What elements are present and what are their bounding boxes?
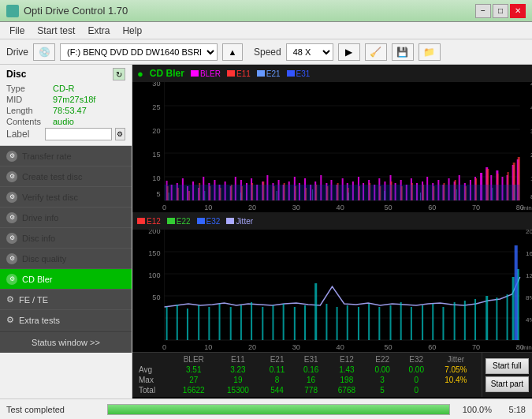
svg-rect-185 bbox=[337, 307, 338, 340]
disc-quality-label: Disc quality bbox=[22, 254, 66, 264]
disc-refresh-button[interactable]: ↻ bbox=[113, 68, 125, 80]
legend-e32: E32 bbox=[197, 217, 221, 226]
sidebar-item-create-test-disc[interactable]: ⚙ Create test disc bbox=[0, 166, 132, 187]
svg-rect-186 bbox=[347, 305, 348, 340]
col-jitter: Jitter bbox=[433, 354, 478, 365]
svg-rect-202 bbox=[512, 277, 515, 340]
col-bler: BLER bbox=[172, 354, 216, 365]
legend-e21: E21 bbox=[257, 69, 281, 78]
total-e11: 15300 bbox=[216, 385, 260, 395]
svg-rect-173 bbox=[208, 307, 210, 340]
fe-te-label: FE / TE bbox=[19, 295, 48, 305]
svg-rect-178 bbox=[262, 307, 263, 340]
status-time: 5:18 bbox=[498, 405, 526, 414]
disc-info-button[interactable]: 💾 bbox=[392, 43, 414, 61]
drive-info-label: Drive info bbox=[22, 213, 58, 223]
sidebar-item-transfer-rate[interactable]: ⚙ Transfer rate bbox=[0, 146, 132, 166]
svg-rect-175 bbox=[230, 307, 232, 340]
start-part-button[interactable]: Start part bbox=[485, 376, 529, 392]
row-avg-label: Avg bbox=[136, 365, 172, 375]
drive-icon-button[interactable]: 💿 bbox=[33, 43, 55, 61]
disc-header-label: Disc bbox=[6, 69, 26, 80]
svg-text:min: min bbox=[522, 204, 532, 211]
svg-text:20: 20 bbox=[152, 127, 160, 135]
disc-panel: Disc ↻ Type CD-R MID 97m27s18f Length 78… bbox=[0, 65, 132, 146]
col-e12: E12 bbox=[328, 354, 365, 365]
label-key: Label bbox=[6, 129, 42, 140]
sidebar-item-extra-tests[interactable]: ⚙ Extra tests bbox=[0, 310, 132, 331]
minimize-button[interactable]: − bbox=[475, 4, 491, 18]
action-buttons: Start full Start part bbox=[482, 353, 532, 397]
svg-rect-181 bbox=[294, 307, 296, 340]
svg-rect-180 bbox=[283, 304, 285, 340]
menu-file[interactable]: File bbox=[3, 24, 31, 38]
sidebar-item-cd-bler[interactable]: ⚙ CD Bler bbox=[0, 269, 132, 290]
svg-rect-191 bbox=[400, 302, 402, 340]
eject-button[interactable]: ▲ bbox=[222, 43, 243, 61]
svg-rect-194 bbox=[432, 304, 433, 340]
save-button[interactable]: 📁 bbox=[419, 43, 441, 61]
sidebar-item-disc-info[interactable]: ⚙ Disc info bbox=[0, 228, 132, 249]
avg-e21: 0.11 bbox=[260, 365, 294, 375]
sidebar-item-disc-quality[interactable]: ⚙ Disc quality bbox=[0, 249, 132, 269]
total-bler: 16622 bbox=[172, 385, 216, 395]
max-e32: 0 bbox=[400, 375, 433, 385]
svg-text:10: 10 bbox=[204, 343, 212, 351]
maximize-button[interactable]: □ bbox=[493, 4, 508, 18]
legend-e31: E31 bbox=[287, 69, 311, 78]
chart-bottom-header: E12 E22 E32 Jitter bbox=[132, 212, 532, 230]
menu-start-test[interactable]: Start test bbox=[31, 24, 81, 38]
close-button[interactable]: ✕ bbox=[510, 4, 526, 18]
status-window-label: Status window >> bbox=[32, 338, 100, 347]
svg-rect-183 bbox=[314, 283, 317, 340]
chart-title: CD Bler bbox=[150, 68, 184, 79]
verify-test-disc-label: Verify test disc bbox=[22, 193, 78, 202]
cd-bler-label: CD Bler bbox=[22, 275, 53, 284]
svg-text:200: 200 bbox=[148, 230, 160, 235]
svg-text:4%: 4% bbox=[526, 316, 532, 324]
svg-text:60: 60 bbox=[428, 204, 436, 211]
app-icon bbox=[6, 5, 19, 17]
speed-select[interactable]: 48 X bbox=[286, 43, 333, 61]
progress-bar-container bbox=[107, 404, 450, 415]
menu-extra[interactable]: Extra bbox=[81, 24, 116, 38]
svg-rect-196 bbox=[454, 302, 456, 340]
svg-text:100: 100 bbox=[148, 271, 160, 279]
drive-select[interactable]: (F:) BENQ DVD DD DW1640 BSRB bbox=[60, 43, 218, 61]
svg-rect-142 bbox=[165, 185, 520, 200]
app-title: Opti Drive Control 1.70 bbox=[24, 5, 128, 17]
status-window-button[interactable]: Status window >> bbox=[0, 331, 132, 353]
svg-text:20: 20 bbox=[248, 204, 256, 211]
svg-rect-169 bbox=[166, 307, 168, 340]
status-bar: Test completed 100.0% 5:18 bbox=[0, 398, 532, 419]
svg-text:30: 30 bbox=[292, 204, 300, 211]
svg-text:70: 70 bbox=[472, 204, 480, 211]
svg-rect-198 bbox=[474, 299, 476, 340]
svg-text:15: 15 bbox=[152, 151, 160, 159]
svg-text:10: 10 bbox=[204, 204, 212, 211]
label-input[interactable] bbox=[45, 128, 112, 140]
max-e21: 8 bbox=[260, 375, 294, 385]
sidebar-item-fe-te[interactable]: ⚙ FE / TE bbox=[0, 290, 132, 310]
total-e21: 544 bbox=[260, 385, 294, 395]
max-bler: 27 bbox=[172, 375, 216, 385]
max-e31: 16 bbox=[294, 375, 328, 385]
label-icon-button[interactable]: ⚙ bbox=[115, 128, 125, 140]
data-table-wrapper: BLER E11 E21 E31 E12 E22 E32 Jitter bbox=[132, 353, 482, 397]
svg-rect-192 bbox=[411, 307, 412, 340]
erase-button[interactable]: 🧹 bbox=[365, 43, 387, 61]
data-table: BLER E11 E21 E31 E12 E22 E32 Jitter bbox=[132, 353, 482, 397]
svg-rect-201 bbox=[507, 294, 508, 340]
speed-apply-button[interactable]: ▶ bbox=[338, 43, 360, 61]
svg-text:0: 0 bbox=[162, 204, 166, 211]
svg-text:30: 30 bbox=[292, 343, 300, 351]
svg-text:5: 5 bbox=[156, 190, 160, 198]
chart-top-header: ● CD Bler BLER E11 E21 E31 bbox=[132, 65, 532, 82]
menu-help[interactable]: Help bbox=[116, 24, 148, 38]
avg-e31: 0.16 bbox=[294, 365, 328, 375]
svg-rect-190 bbox=[390, 305, 392, 340]
start-full-button[interactable]: Start full bbox=[485, 358, 529, 374]
sidebar-item-drive-info[interactable]: ⚙ Drive info bbox=[0, 208, 132, 228]
svg-text:8%: 8% bbox=[526, 294, 532, 301]
sidebar-item-verify-test-disc[interactable]: ⚙ Verify test disc bbox=[0, 187, 132, 208]
